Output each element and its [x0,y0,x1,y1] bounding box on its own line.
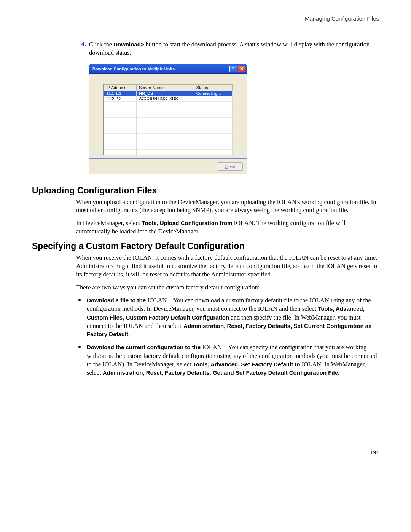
table-cell [194,101,232,107]
heading-factory-default: Specifying a Custom Factory Default Conf… [32,241,379,251]
table-row[interactable] [104,112,233,117]
table-cell: 11.1.1.1 [104,91,137,96]
table-cell [194,107,232,112]
table-cell [136,149,194,155]
table-cell [104,128,137,133]
close-icon[interactable]: ✕ [238,66,245,72]
table-cell [104,101,137,107]
list-item: Download the current configuration to th… [76,343,379,377]
factory-default-options: Download a file to the IOLAN—You can dow… [76,296,379,377]
table-cell [194,96,232,101]
dialog-titlebar[interactable]: Download Configuration to Multiple Units… [89,64,247,74]
step-number: 4. [74,40,89,57]
close-btn-rest: lose [228,164,235,169]
download-bold: Download> [113,41,144,48]
table-cell [136,112,194,117]
table-cell [136,144,194,149]
table-cell [136,139,194,144]
table-cell: HR_DS [136,91,194,96]
table-cell [104,144,137,149]
table-cell [136,101,194,107]
sec1-p2: In DeviceManager, select Tools, Upload C… [76,219,379,236]
col-server[interactable]: Server Name [136,84,194,91]
table-cell [136,107,194,112]
table-cell [104,123,137,128]
b: Tools, Advanced, Set Factory Default to [193,361,300,367]
page-number: 191 [32,449,379,455]
col-ip[interactable]: IP Address [104,84,137,91]
table-row[interactable]: 11.1.1.1HR_DSConnecting... [104,91,233,96]
table-cell [194,149,232,155]
table-row[interactable] [104,144,233,149]
table-cell [104,133,137,139]
table-cell [104,107,137,112]
table-cell: Connecting... [194,91,232,96]
header-rule [32,25,379,25]
table-cell [136,123,194,128]
step-4: 4. Click the Download> button to start t… [74,40,379,57]
table-cell [136,117,194,123]
t: . [338,369,339,376]
table-cell [104,112,137,117]
table-cell [194,144,232,149]
table-row[interactable] [104,139,233,144]
table-cell [194,139,232,144]
t: In DeviceManager, select [76,219,142,227]
dialog-footer: Close [89,159,247,174]
table-row[interactable] [104,123,233,128]
table-cell: ACCOUNTING_SDS [136,96,194,101]
bold-upload: Upload Configuration from [160,220,233,226]
table-cell: 22.2.2.2 [104,96,137,101]
t: . [128,331,130,338]
sec1-p1: When you upload a configuration to the D… [76,198,379,215]
close-button[interactable]: Close [217,162,243,171]
table-row[interactable] [104,149,233,155]
sec2-p1: When you receive the IOLAN, it comes wit… [76,254,379,279]
dialog-body: IP Address Server Name Status 11.1.1.1HR… [89,74,247,159]
table-row[interactable]: 22.2.2.2ACCOUNTING_SDS [104,96,233,101]
table-cell [194,128,232,133]
units-table: IP Address Server Name Status 11.1.1.1HR… [104,84,233,155]
step-pre: Click the [89,41,113,48]
table-cell [104,117,137,123]
table-cell [194,133,232,139]
help-icon[interactable]: ? [229,66,237,72]
table-cell [136,128,194,133]
dialog-title: Download Configuration to Multiple Units [92,67,175,71]
list-item: Download a file to the IOLAN—You can dow… [76,296,379,339]
table-row[interactable] [104,101,233,107]
table-cell [104,149,137,155]
col-status[interactable]: Status [194,84,232,91]
running-header: Managing Configuration Files [32,15,379,22]
table-row[interactable] [104,117,233,123]
bold-tools: Tools [142,220,157,226]
table-cell [194,117,232,123]
table-cell [194,123,232,128]
table-cell [136,133,194,139]
table-cell [194,112,232,117]
b: Download a file to the [87,297,147,304]
heading-uploading: Uploading Configuration Files [32,185,379,196]
table-row[interactable] [104,107,233,112]
table-row[interactable] [104,128,233,133]
b: Administration, Reset, Factory Defaults,… [103,369,338,376]
download-dialog: Download Configuration to Multiple Units… [89,64,247,174]
table-cell [104,139,137,144]
t: , [156,219,159,227]
b: Download the current configuration to th… [87,344,202,350]
table-row[interactable] [104,133,233,139]
sec2-p2: There are two ways you can set the custo… [76,283,379,292]
step-text: Click the Download> button to start the … [89,40,379,57]
